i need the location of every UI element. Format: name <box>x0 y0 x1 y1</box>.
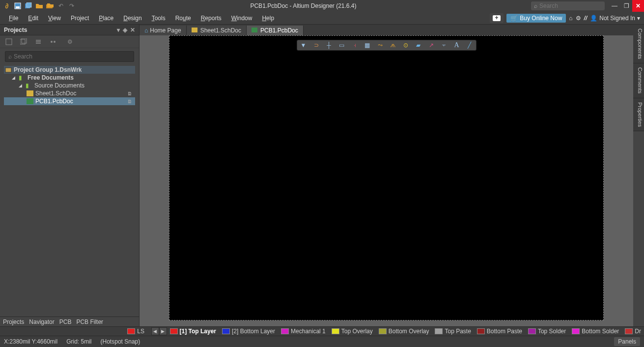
layer-top-overlay[interactable]: Top Overlay <box>329 328 376 335</box>
buy-online-button[interactable]: 🛒 Buy Online Now <box>506 14 566 23</box>
menu-help[interactable]: Help <box>257 13 279 24</box>
layer-bottom-overlay[interactable]: Bottom Overlay <box>376 328 432 335</box>
tree-project-group[interactable]: Project Group 1.DsnWrk <box>4 66 135 74</box>
menubar: File Edit View Project Place Design Tool… <box>0 12 644 25</box>
selection-rect-icon[interactable]: ▭ <box>337 41 346 50</box>
layer-prev-button[interactable]: ◀ <box>151 327 159 335</box>
menu-view[interactable]: View <box>43 13 66 24</box>
snap-icon[interactable]: ⊃ <box>312 41 321 50</box>
layer-bottom-solder[interactable]: Bottom Solder <box>569 328 622 335</box>
btab-pcb[interactable]: PCB <box>59 318 72 325</box>
panel-bottom-tabs: Projects Navigator PCB PCB Filter <box>0 317 139 326</box>
layer-bottom-label: [2] Bottom Layer <box>232 328 275 335</box>
gear-icon[interactable]: ⚙ <box>576 15 581 22</box>
panel-menu-icon[interactable]: ▾ <box>117 27 120 33</box>
canvas-wrap: ▼ ⊃ ┼ ▭ ⫞ ▦ ⤳ ⩕ ⊙ ▰ ↗ ⫟ A ╱ <box>140 35 633 326</box>
menu-file[interactable]: File <box>4 13 23 24</box>
menubar-right: + 🛒 Buy Online Now ⌂ ⚙ // 👤 Not Signed I… <box>490 13 644 23</box>
folder-stack-icon[interactable] <box>46 2 54 10</box>
buy-online-label: Buy Online Now <box>520 15 562 22</box>
tree-expand-icon[interactable]: ◢ <box>19 83 24 88</box>
tree-source-documents[interactable]: ◢ ▮ Source Documents <box>4 82 135 89</box>
menu-project[interactable]: Project <box>66 13 94 24</box>
svg-rect-15 <box>252 28 257 32</box>
right-tab-components[interactable]: Components <box>633 25 644 63</box>
menu-route[interactable]: Route <box>170 13 196 24</box>
tab-pcb1[interactable]: PCB1.PcbDoc <box>247 26 304 35</box>
close-button[interactable]: ✕ <box>632 0 644 12</box>
svg-rect-11 <box>5 68 11 72</box>
titlebar-search[interactable]: ⌕ <box>531 1 605 10</box>
palette-icon[interactable]: // <box>584 15 588 22</box>
crosshair-icon[interactable]: ┼ <box>325 41 334 50</box>
panel-close-icon[interactable]: ✕ <box>130 27 135 33</box>
svg-text:+: + <box>495 15 499 21</box>
route-icon[interactable]: ⤳ <box>376 41 385 50</box>
menu-reports[interactable]: Reports <box>196 13 226 24</box>
vcs-status-icon[interactable] <box>49 38 57 46</box>
menu-tools[interactable]: Tools <box>147 13 170 24</box>
titlebar-search-input[interactable] <box>539 2 602 9</box>
tree-free-documents[interactable]: ◢ ▮ Free Documents <box>4 74 135 82</box>
minimize-button[interactable]: — <box>609 0 620 12</box>
layer-drill[interactable]: Dr <box>622 328 644 335</box>
polygon-icon[interactable]: ▰ <box>414 41 423 50</box>
layer-bottom-paste[interactable]: Bottom Paste <box>474 328 525 335</box>
titlebar-left: ∂ ↶ ↷ <box>0 2 76 10</box>
layer-mech1[interactable]: Mechanical 1 <box>278 328 329 335</box>
tree-expand-icon[interactable]: ◢ <box>12 75 17 80</box>
measure-icon[interactable]: ⫟ <box>440 41 448 50</box>
projects-search-input[interactable] <box>14 53 131 60</box>
tree-item-pcb1[interactable]: PCB1.PcbDoc 🗎 <box>4 97 135 105</box>
panel-pin-icon[interactable]: ◈ <box>123 27 127 33</box>
feedback-button[interactable]: + <box>490 13 504 23</box>
component-icon[interactable]: ▦ <box>363 41 372 50</box>
save-all-icon[interactable] <box>25 2 32 10</box>
maximize-button[interactable]: ❐ <box>620 0 632 12</box>
menu-window[interactable]: Window <box>226 13 257 24</box>
via-icon[interactable]: ⊙ <box>401 41 410 50</box>
layer-bot-solder-label: Bottom Solder <box>582 328 619 335</box>
align-icon[interactable]: ⫞ <box>350 41 359 50</box>
save-icon[interactable] <box>14 2 22 10</box>
layer-next-button[interactable]: ▶ <box>159 327 167 335</box>
tab-sheet1[interactable]: Sheet1.SchDoc <box>187 26 247 35</box>
tab-home[interactable]: ⌂ Home Page <box>140 26 187 35</box>
layer-set-button[interactable]: LS <box>124 328 151 335</box>
menu-edit[interactable]: Edit <box>23 13 43 24</box>
layer-top-paste[interactable]: Top Paste <box>432 328 474 335</box>
open-folder-icon[interactable] <box>35 2 43 10</box>
compile-icon[interactable] <box>5 38 13 46</box>
menu-design[interactable]: Design <box>118 13 146 24</box>
menubar-left: File Edit View Project Place Design Tool… <box>0 13 279 24</box>
projects-search[interactable]: ⌕ <box>5 51 134 62</box>
home-tab-icon: ⌂ <box>144 27 148 34</box>
filter-icon[interactable]: ▼ <box>299 41 308 50</box>
text-icon[interactable]: A <box>452 41 461 50</box>
btab-pcb-filter[interactable]: PCB Filter <box>76 318 103 325</box>
tree-item-sheet1[interactable]: Sheet1.SchDoc 🗎 <box>4 89 135 97</box>
dimension-icon[interactable]: ↗ <box>427 41 436 50</box>
settings-gear-icon[interactable]: ⚙ <box>66 38 74 46</box>
layer-top-solder[interactable]: Top Solder <box>525 328 569 335</box>
panels-button[interactable]: Panels <box>614 337 640 346</box>
signin-menu[interactable]: 👤 Not Signed In ▾ <box>590 15 640 22</box>
menu-place[interactable]: Place <box>94 13 118 24</box>
undo-icon[interactable]: ↶ <box>57 2 65 10</box>
redo-icon[interactable]: ↷ <box>68 2 76 10</box>
line-icon[interactable]: ╱ <box>465 41 474 50</box>
vcs-icon[interactable] <box>34 38 42 46</box>
btab-projects[interactable]: Projects <box>3 318 24 325</box>
layer-bot-paste-label: Bottom Paste <box>487 328 522 335</box>
pcb-canvas[interactable]: ▼ ⊃ ┼ ▭ ⫞ ▦ ⤳ ⩕ ⊙ ▰ ↗ ⫟ A ╱ <box>169 35 604 320</box>
window-title: PCB1.PcbDoc - Altium Designer (21.6.4) <box>76 2 531 9</box>
diff-pair-icon[interactable]: ⩕ <box>389 41 397 50</box>
btab-navigator[interactable]: Navigator <box>29 318 54 325</box>
compile-all-icon[interactable] <box>20 38 28 46</box>
right-tab-comments[interactable]: Comments <box>633 63 644 98</box>
right-tab-properties[interactable]: Properties <box>633 98 644 131</box>
layer-bottom[interactable]: [2] Bottom Layer <box>219 328 278 335</box>
layer-top[interactable]: [1] Top Layer <box>167 328 219 335</box>
layer-top-overlay-label: Top Overlay <box>341 328 373 335</box>
home-icon[interactable]: ⌂ <box>569 15 572 22</box>
